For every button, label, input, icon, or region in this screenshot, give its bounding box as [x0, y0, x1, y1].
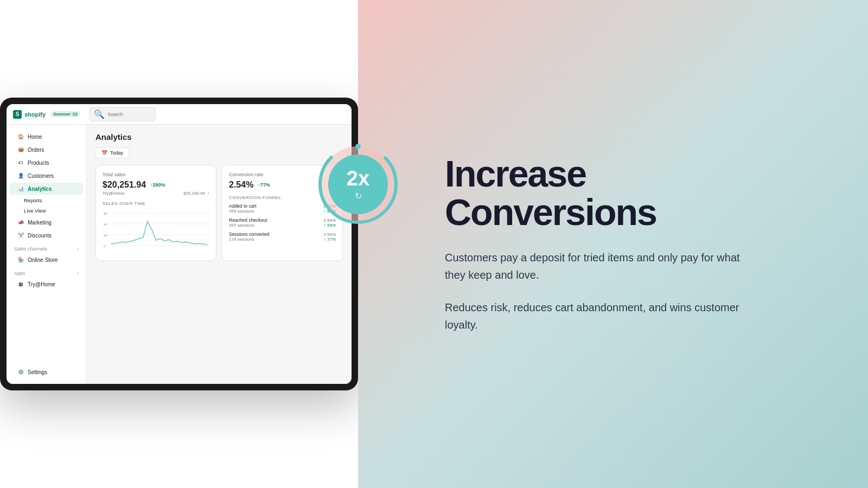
sidebar-item-discounts[interactable]: ✂️ Discounts — [10, 229, 83, 241]
search-bar[interactable]: 🔍 — [89, 107, 156, 121]
svg-point-2 — [355, 144, 361, 149]
apps-section: Apps › — [7, 266, 86, 278]
sidebar-marketing-label: Marketing — [28, 220, 52, 226]
orders-icon: 📦 — [17, 146, 24, 153]
sidebar-settings-label: Settings — [28, 369, 47, 375]
svg-text:6K: 6K — [104, 212, 107, 215]
sidebar-analytics-label: Analytics — [28, 186, 52, 192]
funnel-label-2: Sessions converted 179 sessions — [229, 232, 269, 242]
funnel-item-2: Sessions converted 179 sessions 2.54% ↑ … — [229, 232, 336, 242]
sidebar-reports-label: Reports — [24, 197, 42, 203]
sidebar-sub-reports[interactable]: Reports — [7, 195, 86, 206]
sidebar-item-settings[interactable]: ⚙️ Settings — [10, 366, 83, 378]
sales-channels-chevron: › — [77, 246, 79, 252]
sidebar-customers-label: Customers — [28, 173, 54, 179]
total-sales-arrow: ↑ — [207, 191, 209, 196]
svg-text:4K: 4K — [104, 223, 107, 226]
store-badge: Summer '22 — [50, 111, 80, 117]
marketing-icon: 📣 — [17, 219, 24, 226]
tablet-mockup: 2x ↻ S shopify Summer '22 🔍 — [0, 98, 358, 390]
svg-text:0: 0 — [104, 245, 106, 248]
online-store-icon: 🏪 — [17, 256, 24, 263]
home-icon: 🏠 — [17, 133, 24, 140]
search-input[interactable] — [107, 112, 151, 117]
sidebar-products-label: Products — [28, 160, 49, 166]
products-icon: 🏷 — [17, 159, 24, 166]
total-sales-sub: Try@Home $20,340.94 ↑ — [103, 191, 209, 196]
sidebar-tryhome-label: Try@Home — [28, 281, 55, 287]
headline: Increase Conversions — [445, 155, 760, 232]
badge-container: 2x ↻ — [315, 141, 401, 228]
total-sales-sub-right: $20,340.94 ↑ — [183, 191, 209, 196]
discounts-icon: ✂️ — [17, 232, 24, 239]
date-filter-button[interactable]: 📅 Today — [95, 147, 129, 158]
sidebar: 🏠 Home 📦 Orders 🏷 Products 👤 Customers — [7, 125, 87, 384]
customers-icon: 👤 — [17, 172, 24, 179]
sales-channels-section: Sales channels › — [7, 242, 86, 253]
description2: Reduces risk, reduces cart abandonment, … — [445, 299, 760, 333]
total-sales-value: $20,251.94 ↑280% — [103, 180, 209, 190]
calendar-icon: 📅 — [101, 150, 107, 156]
apps-chevron: › — [77, 271, 79, 276]
sidebar-online-store-label: Online Store — [28, 257, 58, 263]
admin-body: 🏠 Home 📦 Orders 🏷 Products 👤 Customers — [7, 125, 352, 384]
description1: Customers pay a deposit for tried items … — [445, 249, 760, 284]
conversion-badge: ↑77% — [258, 182, 270, 188]
sidebar-item-tryhome[interactable]: ▦ Try@Home — [10, 278, 83, 290]
tablet-screen: S shopify Summer '22 🔍 🏠 Home — [7, 104, 352, 384]
shopify-logo-icon: S — [13, 110, 22, 119]
badge-refresh-icon: ↻ — [355, 191, 362, 201]
analytics-icon: 📊 — [17, 185, 24, 192]
date-filter-label: Today — [110, 150, 123, 156]
badge-value: 2x — [347, 168, 369, 189]
sidebar-home-label: Home — [28, 134, 42, 140]
apps-label: Apps — [14, 271, 25, 276]
total-sales-card: Total sales $20,251.94 ↑280% Try@Home $2… — [95, 165, 216, 261]
tryhome-icon: ▦ — [17, 281, 24, 287]
svg-text:2K: 2K — [104, 234, 107, 237]
total-sales-sub-value: $20,340.94 — [183, 191, 205, 196]
funnel-label-1: Reached checkout 207 sessions — [229, 217, 267, 228]
badge-circle: 2x ↻ — [315, 141, 401, 228]
sidebar-item-online-store[interactable]: 🏪 Online Store — [10, 254, 83, 266]
sales-channels-label: Sales channels — [14, 246, 47, 252]
chart-area: 6K 4K 2K 0 — [103, 210, 209, 254]
badge-inner: 2x ↻ — [328, 155, 388, 214]
search-icon: 🔍 — [94, 109, 105, 119]
analytics-cards: Total sales $20,251.94 ↑280% Try@Home $2… — [95, 165, 343, 261]
headline-line2: Conversions — [445, 191, 656, 233]
total-sales-badge: ↑280% — [150, 182, 165, 188]
main-content: Analytics 📅 Today Total sales $20,251.94… — [87, 125, 352, 384]
sidebar-sub-liveview[interactable]: Live View — [7, 206, 86, 216]
chart-section-label: SALES OVER TIME — [103, 201, 209, 206]
sidebar-discounts-label: Discounts — [28, 233, 52, 239]
conversion-number: 2.54% — [229, 180, 253, 190]
left-panel: 2x ↻ S shopify Summer '22 🔍 — [0, 0, 358, 488]
shopify-brand: shopify — [24, 111, 46, 118]
sidebar-item-products[interactable]: 🏷 Products — [10, 157, 83, 169]
funnel-row-2: Sessions converted 179 sessions 2.54% ↑ … — [229, 232, 336, 242]
right-content: Increase Conversions Customers pay a dep… — [445, 155, 760, 334]
settings-icon: ⚙️ — [17, 369, 24, 375]
sales-chart: 6K 4K 2K 0 — [103, 210, 209, 254]
shopify-logo: S shopify Summer '22 — [13, 110, 80, 119]
total-sales-sub-label: Try@Home — [103, 191, 125, 196]
funnel-label-0: Added to cart 459 sessions — [229, 203, 257, 214]
total-sales-number: $20,251.94 — [103, 180, 146, 190]
sidebar-orders-label: Orders — [28, 147, 44, 153]
sidebar-item-customers[interactable]: 👤 Customers — [10, 170, 83, 182]
total-sales-label: Total sales — [103, 172, 209, 177]
sidebar-item-marketing[interactable]: 📣 Marketing — [10, 216, 83, 228]
funnel-stats-2: 2.54% ↑ 77% — [323, 232, 336, 242]
right-panel: Increase Conversions Customers pay a dep… — [358, 0, 868, 488]
sidebar-liveview-label: Live View — [24, 208, 46, 214]
headline-line1: Increase — [445, 153, 586, 194]
admin-header: S shopify Summer '22 🔍 — [7, 104, 352, 125]
sidebar-item-orders[interactable]: 📦 Orders — [10, 144, 83, 156]
sidebar-item-home[interactable]: 🏠 Home — [10, 131, 83, 143]
page-title: Analytics — [95, 132, 343, 142]
sidebar-item-analytics[interactable]: 📊 Analytics — [10, 183, 83, 195]
